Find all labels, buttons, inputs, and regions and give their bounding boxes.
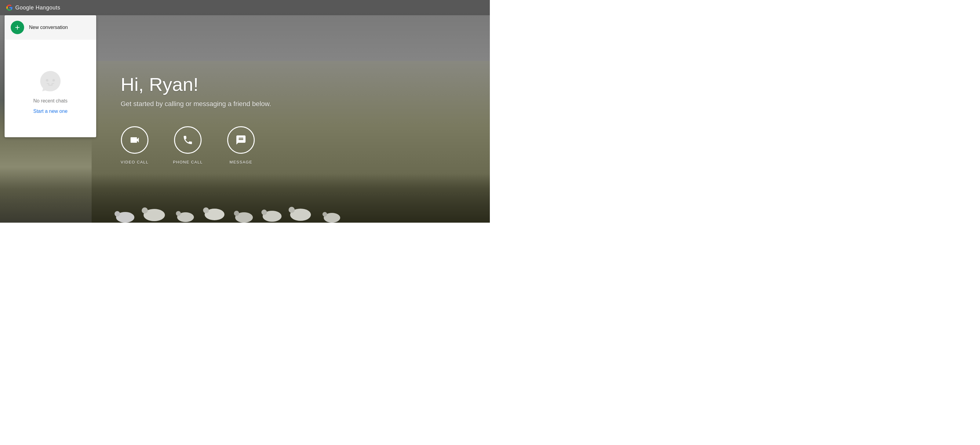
main-content: Hi, Ryan! Get started by calling or mess… xyxy=(96,15,490,223)
video-call-action[interactable]: VIDEO CALL xyxy=(121,126,149,165)
new-conversation-label: New conversation xyxy=(29,25,68,30)
sidebar-card: + New conversation No recent chats Start… xyxy=(5,15,96,137)
message-label: MESSAGE xyxy=(230,160,253,165)
no-chats-text: No recent chats xyxy=(33,98,67,104)
svg-point-0 xyxy=(46,79,48,81)
new-conversation-button[interactable]: + New conversation xyxy=(5,15,96,40)
phone-call-action[interactable]: PHONE CALL xyxy=(173,126,203,165)
video-call-circle[interactable] xyxy=(121,126,148,154)
phone-icon xyxy=(182,135,193,146)
message-action[interactable]: MESSAGE xyxy=(227,126,255,165)
app-logo: Google Hangouts xyxy=(6,4,60,11)
message-circle[interactable] xyxy=(227,126,255,154)
phone-call-label: PHONE CALL xyxy=(173,160,203,165)
video-call-label: VIDEO CALL xyxy=(121,160,149,165)
video-camera-icon xyxy=(129,135,140,146)
hangouts-ghost-icon xyxy=(38,69,63,93)
app-title: Google Hangouts xyxy=(15,5,60,11)
phone-call-circle[interactable] xyxy=(174,126,202,154)
start-new-link[interactable]: Start a new one xyxy=(33,109,67,114)
google-g-icon xyxy=(6,4,13,11)
sidebar: + New conversation No recent chats Start… xyxy=(5,15,96,223)
greeting-heading: Hi, Ryan! xyxy=(121,73,199,95)
header: Google Hangouts xyxy=(0,0,490,15)
empty-state: No recent chats Start a new one xyxy=(5,40,96,137)
message-icon xyxy=(235,135,247,146)
action-buttons: VIDEO CALL PHONE CALL MESSAGE xyxy=(121,126,255,165)
svg-point-1 xyxy=(52,79,55,81)
plus-circle: + xyxy=(11,21,24,34)
subtitle-text: Get started by calling or messaging a fr… xyxy=(121,100,271,108)
plus-icon: + xyxy=(15,23,20,32)
